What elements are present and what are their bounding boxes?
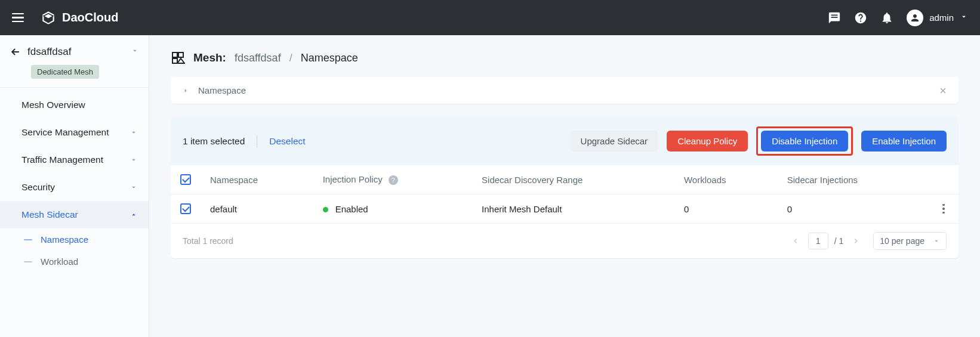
layout: fdsaffdsaf Dedicated Mesh Mesh Overview … — [0, 35, 980, 337]
header-right: admin — [828, 10, 968, 26]
table-container: 1 item selected Deselect Upgrade Sidecar… — [171, 117, 959, 258]
panel-left: Namespace — [181, 85, 246, 95]
menu-icon[interactable] — [12, 13, 24, 23]
divider — [257, 135, 257, 147]
breadcrumb-root-label: Mesh: — [193, 51, 226, 64]
breadcrumb-separator: / — [289, 52, 292, 64]
avatar-icon — [907, 10, 923, 26]
subnav-label: Namespace — [41, 234, 88, 245]
chevron-down-icon[interactable] — [131, 47, 139, 57]
breadcrumb-mesh-link[interactable]: fdsaffdsaf — [235, 52, 281, 64]
page-input[interactable] — [808, 233, 828, 249]
dash-icon — [24, 261, 32, 262]
disable-injection-button[interactable]: Disable Injection — [761, 131, 848, 152]
col-label: Injection Policy — [323, 174, 383, 184]
toolbar-right: Upgrade Sidecar Cleanup Policy Disable I… — [570, 126, 947, 156]
mesh-title[interactable]: fdsaffdsaf — [27, 46, 125, 58]
chevron-up-icon — [130, 211, 138, 219]
chevron-down-icon — [933, 237, 940, 245]
chevron-down-icon — [130, 183, 138, 191]
breadcrumb-current: Namespace — [301, 52, 358, 64]
page-size-label: 10 per page — [880, 236, 924, 246]
nav-label: Traffic Management — [21, 154, 103, 165]
help-icon[interactable] — [854, 11, 867, 24]
cell-sidecar-injections: 0 — [778, 194, 929, 224]
cell-injection-policy: Enabled — [313, 194, 472, 224]
enable-injection-button[interactable]: Enable Injection — [861, 131, 947, 152]
pager: / 1 — [789, 233, 863, 249]
nav-traffic-management[interactable]: Traffic Management — [0, 146, 149, 174]
panel-title: Namespace — [198, 85, 246, 95]
page-total: / 1 — [834, 236, 844, 246]
cell-namespace: default — [201, 194, 313, 224]
sidebar: fdsaffdsaf Dedicated Mesh Mesh Overview … — [0, 35, 149, 337]
subnav-namespace[interactable]: Namespace — [0, 228, 149, 251]
nav-mesh-sidecar[interactable]: Mesh Sidecar — [0, 201, 149, 228]
table-row: default Enabled Inherit Mesh Default 0 0 — [171, 194, 959, 224]
top-header: DaoCloud admin — [0, 0, 980, 35]
footer-right: / 1 10 per page — [789, 232, 947, 250]
chevron-down-icon — [130, 156, 138, 164]
upgrade-sidecar-button[interactable]: Upgrade Sidecar — [570, 131, 659, 152]
dash-icon — [24, 239, 32, 240]
col-injection-policy: Injection Policy ? — [313, 165, 472, 194]
namespace-table: Namespace Injection Policy ? Sidecar Dis… — [171, 165, 959, 224]
col-workloads: Workloads — [674, 165, 778, 194]
back-arrow-icon[interactable] — [10, 46, 21, 58]
close-icon[interactable] — [938, 86, 948, 95]
notifications-icon[interactable] — [880, 11, 893, 24]
chevron-right-icon[interactable] — [181, 86, 190, 95]
row-select-cell — [171, 194, 201, 224]
mesh-icon — [171, 51, 185, 65]
user-menu[interactable]: admin — [907, 10, 968, 26]
cell-workloads: 0 — [674, 194, 778, 224]
highlight-annotation: Disable Injection — [756, 126, 853, 156]
row-actions-menu-icon[interactable] — [938, 204, 949, 214]
subnav-label: Workload — [41, 256, 78, 267]
chevron-down-icon — [960, 13, 968, 23]
cell-actions — [929, 194, 959, 224]
deselect-link[interactable]: Deselect — [269, 136, 305, 147]
collapsible-panel: Namespace — [171, 77, 959, 104]
table-header-row: Namespace Injection Policy ? Sidecar Dis… — [171, 165, 959, 194]
col-discovery-range: Sidecar Discovery Range — [472, 165, 674, 194]
selection-count: 1 item selected — [183, 136, 245, 147]
mesh-title-row: fdsaffdsaf — [0, 35, 149, 61]
status-dot-icon — [323, 207, 328, 212]
injection-policy-value: Enabled — [335, 204, 368, 214]
selection-toolbar: 1 item selected Deselect Upgrade Sidecar… — [171, 117, 959, 165]
nav-label: Security — [21, 182, 55, 193]
select-all-header — [171, 165, 201, 194]
user-name: admin — [929, 13, 954, 23]
brand-name: DaoCloud — [62, 11, 118, 24]
total-records: Total 1 record — [183, 236, 233, 246]
nav-security[interactable]: Security — [0, 174, 149, 201]
row-checkbox[interactable] — [180, 203, 191, 214]
select-all-checkbox[interactable] — [180, 174, 191, 185]
header-left: DaoCloud — [12, 10, 118, 26]
breadcrumb: Mesh: fdsaffdsaf / Namespace — [171, 35, 959, 77]
nav-service-management[interactable]: Service Management — [0, 119, 149, 146]
cleanup-policy-button[interactable]: Cleanup Policy — [667, 131, 748, 152]
mesh-type-badge: Dedicated Mesh — [31, 65, 99, 79]
table-footer: Total 1 record / 1 10 per page — [171, 224, 959, 258]
nav-mesh-overview[interactable]: Mesh Overview — [0, 91, 149, 119]
page-size-select[interactable]: 10 per page — [873, 232, 947, 250]
next-page-icon[interactable] — [849, 234, 862, 248]
cell-discovery-range: Inherit Mesh Default — [472, 194, 674, 224]
main-content: Mesh: fdsaffdsaf / Namespace Namespace 1… — [149, 35, 980, 337]
chevron-down-icon — [130, 128, 138, 137]
col-actions — [929, 165, 959, 194]
col-sidecar-injections: Sidecar Injections — [778, 165, 929, 194]
subnav-workload[interactable]: Workload — [0, 251, 149, 273]
col-namespace: Namespace — [201, 165, 313, 194]
nav-label: Mesh Overview — [21, 100, 85, 110]
messages-icon[interactable] — [828, 11, 841, 24]
help-tooltip-icon[interactable]: ? — [389, 175, 398, 185]
prev-page-icon[interactable] — [789, 234, 802, 248]
nav-label: Service Management — [21, 127, 109, 138]
brand[interactable]: DaoCloud — [41, 10, 118, 26]
nav-label: Mesh Sidecar — [21, 209, 78, 220]
brand-logo-icon — [41, 10, 56, 26]
toolbar-left: 1 item selected Deselect — [183, 135, 306, 147]
